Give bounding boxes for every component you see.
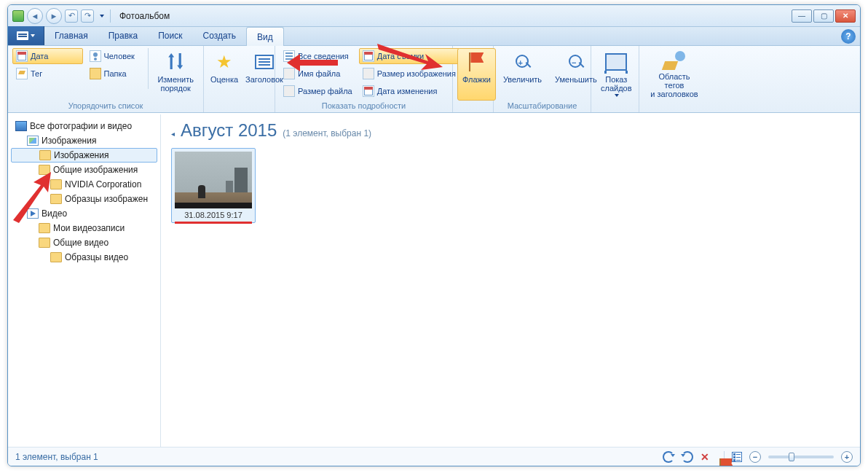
folder-icon: [39, 150, 51, 160]
folder-icon: [39, 238, 50, 248]
file-icon: [283, 68, 295, 79]
chevron-down-icon: [615, 94, 619, 97]
tab-view[interactable]: Вид: [246, 27, 284, 46]
detail-filename-button[interactable]: Имя файла: [280, 66, 356, 82]
help-button[interactable]: ?: [841, 29, 856, 44]
star-icon: ★: [213, 50, 236, 74]
arrange-person-label: Человек: [104, 52, 135, 60]
detail-filename-label: Имя файла: [298, 69, 340, 78]
reorder-button[interactable]: Изменить порядок: [152, 48, 199, 101]
ribbon-group-zoom: + Увеличить − Уменьшить Масштабирование: [494, 46, 591, 112]
tree-item-label: Мои видеозаписи: [53, 223, 125, 233]
arrange-folder-button[interactable]: Папка: [86, 66, 143, 82]
detail-image-size-button[interactable]: Размер изображения: [359, 66, 459, 82]
detail-date-taken-button[interactable]: Дата съемки: [359, 48, 459, 64]
gallery-pane: ◂ Август 2015 (1 элемент, выбран 1) 31: [161, 114, 860, 447]
zoom-in-icon: +: [513, 52, 532, 71]
tab-create[interactable]: Создать: [193, 26, 247, 45]
zoom-slider[interactable]: [768, 456, 834, 458]
rotate-left-button[interactable]: [663, 451, 674, 463]
arrange-group-label: Упорядочить список: [12, 101, 199, 112]
folder-icon: [39, 223, 50, 233]
flags-button[interactable]: Флажки: [457, 48, 496, 101]
tree-item[interactable]: Образцы изображен: [11, 192, 157, 206]
arrange-person-button[interactable]: Человек: [86, 48, 143, 64]
file-menu-button[interactable]: [8, 26, 44, 45]
zoom-in-button[interactable]: + Увеличить: [498, 48, 547, 101]
tree-item[interactable]: Видео: [11, 206, 157, 221]
window-controls: — ▢ ✕: [792, 9, 856, 23]
tree-item-label: Все фотографии и видео: [30, 121, 132, 131]
minimize-button[interactable]: —: [792, 9, 812, 23]
rotate-right-button[interactable]: [682, 451, 693, 463]
delete-button[interactable]: ✕: [701, 451, 709, 463]
arrange-tag-button[interactable]: Тег: [12, 66, 83, 82]
detail-date-taken-label: Дата съемки: [377, 52, 424, 60]
nav-forward-button[interactable]: ►: [46, 8, 62, 24]
gallery-group-header[interactable]: ◂ Август 2015 (1 элемент, выбран 1): [171, 120, 850, 141]
ribbon: Дата Тег Человек Папка: [8, 46, 860, 113]
nav-redo-button[interactable]: ↷: [81, 9, 94, 23]
ribbon-group-arrange: Дата Тег Человек Папка: [8, 46, 204, 112]
tree-item[interactable]: NVIDIA Corporation: [11, 177, 157, 192]
tab-edit[interactable]: Правка: [98, 26, 149, 45]
detail-filesize-button[interactable]: Размер файла: [280, 83, 356, 99]
size-icon: [363, 68, 374, 79]
folder-icon: [90, 68, 101, 79]
rating-label: Оценка: [210, 75, 238, 84]
pic-icon: [27, 136, 39, 146]
tree-item-label: Образцы изображен: [65, 194, 148, 204]
filesize-icon: [283, 85, 295, 97]
tree-item[interactable]: Мои видеозаписи: [11, 221, 157, 235]
calendar-icon: [363, 50, 374, 62]
details-view-button[interactable]: [732, 452, 742, 462]
video-icon: [27, 208, 39, 219]
chevron-down-icon: [31, 34, 35, 37]
tree-item[interactable]: Изображения: [11, 133, 157, 148]
calendar-icon: [363, 85, 374, 97]
tree-item[interactable]: Образцы видео: [11, 250, 157, 265]
tree-item[interactable]: Общие видео: [11, 235, 157, 250]
detail-date-modified-button[interactable]: Дата изменения: [359, 83, 459, 99]
tree-item[interactable]: Все фотографии и видео: [11, 119, 157, 133]
reorder-icon: [164, 50, 187, 74]
zoom-in-status-button[interactable]: +: [841, 451, 853, 463]
gallery-item[interactable]: 31.08.2015 9:17: [171, 148, 256, 223]
tree-item[interactable]: Изображения: [11, 148, 157, 163]
slideshow-icon: [605, 53, 627, 71]
slideshow-button[interactable]: Показ слайдов: [596, 48, 637, 101]
folder-icon: [50, 252, 62, 262]
ribbon-group-details: Все сведения Имя файла Размер файла Дата: [275, 46, 453, 112]
ribbon-group-flags: Флажки: [453, 46, 494, 112]
arrange-folder-label: Папка: [104, 69, 127, 78]
details-group-label: Показать подробности: [280, 101, 448, 112]
app-window: ◄ ► ↶ ↷ Фотоальбом — ▢ ✕ Главная Правка …: [7, 4, 861, 466]
zoom-slider-thumb[interactable]: [789, 453, 794, 461]
nav-dropdown[interactable]: [97, 9, 106, 23]
tree-item-label: Общие изображения: [53, 165, 138, 175]
all-icon: [15, 121, 27, 131]
tab-home[interactable]: Главная: [44, 26, 98, 45]
arrange-date-button[interactable]: Дата: [12, 48, 83, 64]
detail-all-button[interactable]: Все сведения: [280, 48, 356, 64]
window-title: Фотоальбом: [119, 11, 170, 21]
tab-search[interactable]: Поиск: [148, 26, 192, 45]
app-icon: [12, 10, 24, 22]
close-button[interactable]: ✕: [835, 9, 856, 23]
folder-icon: [50, 194, 62, 204]
folder-icon: [39, 165, 50, 175]
arrange-date-label: Дата: [31, 52, 48, 60]
detail-filesize-label: Размер файла: [298, 87, 352, 95]
zoom-out-status-button[interactable]: −: [749, 451, 761, 463]
zoom-out-icon: −: [567, 52, 585, 71]
maximize-button[interactable]: ▢: [813, 9, 834, 23]
tree-item[interactable]: Общие изображения: [11, 163, 157, 177]
slideshow-label: Показ слайдов: [601, 75, 632, 93]
nav-back-button[interactable]: ◄: [27, 8, 43, 24]
nav-undo-button[interactable]: ↶: [65, 9, 78, 23]
caption-icon: [253, 50, 276, 74]
menu-tabs: Главная Правка Поиск Создать Вид ?: [8, 27, 860, 46]
tagpane-button[interactable]: Область тегов и заголовков: [644, 48, 705, 101]
rating-button[interactable]: ★ Оценка: [208, 48, 240, 101]
zoom-in-label: Увеличить: [503, 75, 542, 84]
